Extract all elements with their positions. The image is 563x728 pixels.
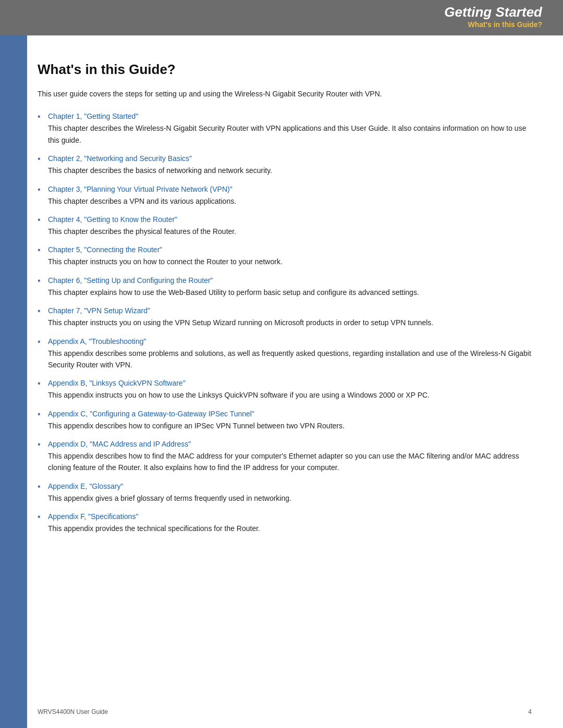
intro-paragraph: This user guide covers the steps for set… xyxy=(38,88,532,100)
toc-description: This chapter describes the physical feat… xyxy=(48,227,236,236)
toc-description: This appendix describes how to find the … xyxy=(48,452,519,472)
toc-description: This chapter explains how to use the Web… xyxy=(48,288,419,297)
footer-right: 4 xyxy=(528,708,532,715)
header-subtitle: What's in this Guide? xyxy=(444,20,542,29)
toc-item: Appendix D, "MAC Address and IP Address"… xyxy=(38,440,532,474)
toc-description: This chapter describes the Wireless-N Gi… xyxy=(48,124,526,144)
toc-item: Chapter 2, "Networking and Security Basi… xyxy=(38,154,532,176)
toc-link[interactable]: Appendix A, "Troubleshooting" xyxy=(48,337,532,346)
toc-item: Appendix A, "Troubleshooting"This append… xyxy=(38,337,532,371)
left-accent-bar xyxy=(0,0,27,728)
toc-item: Appendix E, "Glossary"This appendix give… xyxy=(38,482,532,504)
toc-link[interactable]: Appendix D, "MAC Address and IP Address" xyxy=(48,440,532,448)
toc-item: Chapter 6, "Setting Up and Configuring t… xyxy=(38,276,532,298)
table-of-contents: Chapter 1, "Getting Started"This chapter… xyxy=(38,112,532,534)
toc-description: This chapter describes a VPN and its var… xyxy=(48,197,236,205)
toc-item: Appendix F, "Specifications"This appendi… xyxy=(38,512,532,534)
toc-description: This chapter describes the basics of net… xyxy=(48,166,272,175)
toc-description: This appendix describes some problems an… xyxy=(48,349,531,369)
toc-description: This appendix gives a brief glossary of … xyxy=(48,494,291,502)
toc-link[interactable]: Appendix C, "Configuring a Gateway-to-Ga… xyxy=(48,410,532,418)
header-text-block: Getting Started What's in this Guide? xyxy=(444,4,542,29)
toc-item: Chapter 1, "Getting Started"This chapter… xyxy=(38,112,532,146)
toc-item: Appendix C, "Configuring a Gateway-to-Ga… xyxy=(38,410,532,431)
toc-item: Chapter 3, "Planning Your Virtual Privat… xyxy=(38,185,532,207)
main-content: What's in this Guide? This user guide co… xyxy=(38,61,532,574)
toc-link[interactable]: Chapter 6, "Setting Up and Configuring t… xyxy=(48,276,532,285)
toc-link[interactable]: Chapter 1, "Getting Started" xyxy=(48,112,532,120)
toc-link[interactable]: Chapter 4, "Getting to Know the Router" xyxy=(48,215,532,224)
page-footer: WRVS4400N User Guide 4 xyxy=(38,708,532,715)
page-header: Getting Started What's in this Guide? xyxy=(0,0,563,35)
toc-link[interactable]: Chapter 2, "Networking and Security Basi… xyxy=(48,154,532,163)
toc-item: Chapter 5, "Connecting the Router"This c… xyxy=(38,245,532,267)
toc-description: This chapter instructs you on using the … xyxy=(48,318,433,327)
header-title: Getting Started xyxy=(444,4,542,20)
toc-link[interactable]: Appendix F, "Specifications" xyxy=(48,512,532,521)
toc-link[interactable]: Chapter 5, "Connecting the Router" xyxy=(48,245,532,254)
toc-link[interactable]: Appendix E, "Glossary" xyxy=(48,482,532,490)
toc-link[interactable]: Appendix B, "Linksys QuickVPN Software" xyxy=(48,379,532,387)
footer-left: WRVS4400N User Guide xyxy=(38,708,108,715)
toc-description: This appendix describes how to configure… xyxy=(48,422,345,430)
toc-link[interactable]: Chapter 3, "Planning Your Virtual Privat… xyxy=(48,185,532,193)
toc-description: This appendix instructs you on how to us… xyxy=(48,391,430,399)
toc-link[interactable]: Chapter 7, "VPN Setup Wizard" xyxy=(48,306,532,315)
toc-description: This chapter instructs you on how to con… xyxy=(48,257,283,266)
page-heading: What's in this Guide? xyxy=(38,61,532,78)
toc-item: Chapter 7, "VPN Setup Wizard"This chapte… xyxy=(38,306,532,328)
toc-item: Appendix B, "Linksys QuickVPN Software"T… xyxy=(38,379,532,401)
toc-description: This appendix provides the technical spe… xyxy=(48,524,260,533)
toc-item: Chapter 4, "Getting to Know the Router"T… xyxy=(38,215,532,237)
